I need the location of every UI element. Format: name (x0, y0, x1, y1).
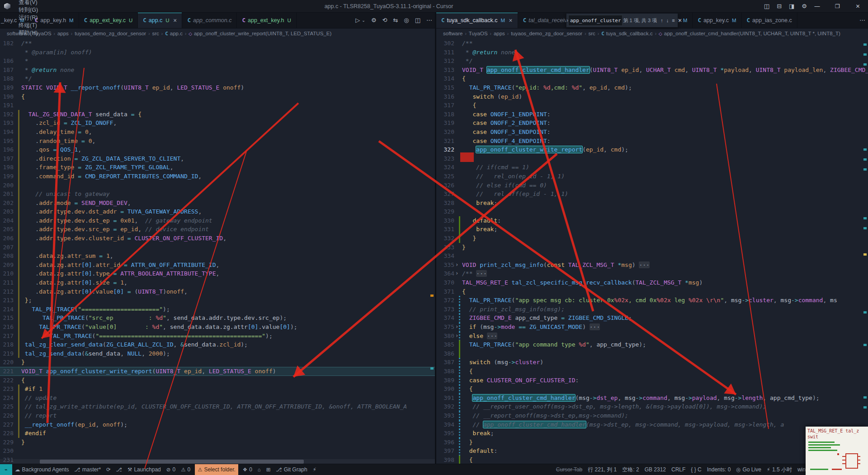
editor-pane-right[interactable]: Ctuya_sdk_callback.cM✕Ctal_data_receive.… (436, 12, 868, 464)
minimize-button[interactable]: — (807, 0, 827, 12)
status-item[interactable]: ⎇ (113, 464, 125, 475)
editor-pane-left[interactable]: _key.cMCapp_key.hMCapp_ext_key.cUCapp.cU… (0, 12, 435, 464)
breadcrumb-item[interactable]: tuyaos_demo_zg_door_sensor (511, 31, 582, 36)
token: mode (57, 200, 71, 206)
menu-item-转[interactable]: 转到(G) (15, 6, 42, 14)
token: . (64, 288, 67, 295)
fold-chevron-icon[interactable]: › (455, 269, 458, 278)
status-icon: ⊘ (166, 466, 171, 473)
tab-app_ext_key.h[interactable]: Capp_ext_key.hU (237, 12, 296, 28)
code-line: 333} (436, 243, 868, 252)
breadcrumb-item[interactable]: Ctuya_sdk_callback.c (601, 31, 653, 37)
git-change-bar (18, 243, 19, 252)
status-item-0[interactable]: ⚠0 (178, 464, 193, 475)
fold-chevron-icon[interactable]: › (455, 261, 458, 270)
status-item[interactable]: ⟳ (104, 464, 113, 475)
fold-chevron-icon[interactable]: › (455, 323, 458, 332)
tab-close-icon[interactable]: ✕ (509, 18, 513, 23)
status-item-cursor-tab[interactable]: Cursor Tab (553, 464, 585, 475)
chevron-right-icon: › (598, 31, 599, 36)
next-match-icon[interactable]: ↓ (666, 18, 669, 24)
history-icon[interactable]: ⟲ (382, 17, 387, 24)
find-in-selection-icon[interactable]: ≡ (672, 18, 675, 24)
overview-ruler-right[interactable] (863, 38, 868, 464)
tab-app_key.c[interactable]: Capp_key.cM (693, 12, 741, 28)
status-item[interactable]: ⚡ (310, 464, 319, 475)
status-item-git-graph[interactable]: ⎇Git Graph (273, 464, 310, 475)
status-item-gb-2312[interactable]: GB 2312 (642, 464, 669, 475)
status-item-1-5---[interactable]: ⚡1.5 小时 (764, 464, 795, 475)
run-button[interactable]: ▷ (355, 17, 360, 24)
breadcrumb-item[interactable]: TuyaOS (469, 31, 488, 36)
tab-close-icon[interactable]: ✕ (173, 18, 177, 23)
token: "======================" (78, 306, 163, 313)
status-item-launchpad[interactable]: ⚒Launchpad (125, 464, 164, 475)
menu-item-运[interactable]: 运行(R) (15, 14, 42, 22)
token: %d (579, 341, 586, 348)
code-editor-right[interactable]: 302/**311 * @return none312 */313VOID_T … (436, 38, 868, 464)
menu-item-查[interactable]: 查看(V) (15, 0, 42, 6)
maximize-button[interactable]: ❐ (827, 0, 848, 12)
status-item-master-[interactable]: ⎇master* (72, 464, 104, 475)
floating-preview-window[interactable]: TAL_MSG_RET_E tal_zswit (806, 427, 868, 475)
token: dst_addr (89, 208, 117, 215)
breadcrumb-item[interactable]: src (588, 31, 595, 36)
status-item-----c[interactable]: { } C (688, 464, 704, 475)
status-item-crlf[interactable]: CRLF (669, 464, 688, 475)
breadcrumb-item[interactable]: apps (57, 31, 69, 36)
compare-icon[interactable]: ⇆ (393, 17, 398, 24)
run-button[interactable]: ⋯ (859, 17, 865, 24)
line-number: 191 (0, 101, 14, 110)
breadcrumb-item[interactable]: apps (494, 31, 505, 36)
toggle-panel-icon[interactable]: ⊟ (777, 3, 782, 10)
status-item[interactable]: ⌂ (255, 464, 264, 475)
breadcrumb-item[interactable]: software (443, 31, 462, 36)
previous-match-icon[interactable]: ↑ (660, 18, 663, 24)
breadcrumb-item[interactable]: ◇app_onoff_cluster_cmd_handler(UINT8_T, … (659, 31, 840, 36)
status-item---221----1[interactable]: 行 221, 列 1 (585, 464, 619, 475)
scrollbar-slider[interactable] (40, 460, 304, 464)
tab-app_ext_key.c[interactable]: Capp_ext_key.cU (79, 12, 138, 28)
close-icon[interactable]: ✕ (678, 18, 682, 24)
tab-app_ias_zone.c[interactable]: Capp_ias_zone.c (742, 12, 797, 28)
settings-gear-icon[interactable]: ⚙ (802, 3, 807, 10)
toggle-sidebar-icon[interactable]: ◨ (789, 3, 794, 10)
close-button[interactable]: ✕ (848, 0, 868, 12)
overview-ruler-left[interactable] (429, 38, 435, 464)
status-item-indents--0[interactable]: Indents: 0 (704, 464, 734, 475)
breadcrumb-item[interactable]: ◇app_onoff_cluster_write_report(UINT8_T,… (189, 31, 331, 36)
status-item-----2[interactable]: 空格: 2 (619, 464, 642, 475)
code-editor-left[interactable]: 182/** * @param[in] onoff)186 *187 * @re… (0, 38, 435, 464)
status-item[interactable]: ⌁ (0, 464, 12, 475)
status-item[interactable]: ⊞ (264, 464, 274, 475)
menu-item-终[interactable]: 终端(T) (15, 22, 42, 29)
ruler-mark (863, 396, 867, 399)
tab-app.c[interactable]: Capp.cU✕ (138, 12, 182, 28)
code-line: 320case ONOFF_3_ENDPOINT: (436, 128, 868, 137)
line-number: 207 (0, 243, 14, 252)
status-item-0[interactable]: ❖0 (240, 464, 255, 475)
breadcrumb-item[interactable]: src (152, 31, 159, 36)
split-editor-icon[interactable]: ◫ (764, 3, 769, 10)
git-change-bar (18, 154, 19, 163)
code-line: 194.delay_time = 0, (0, 128, 435, 137)
breadcrumb-item[interactable]: tuyaos_demo_zg_door_sensor (75, 31, 146, 36)
more-actions-icon[interactable]: ⋯ (426, 17, 432, 24)
status-item-go-live[interactable]: ◎Go Live (733, 464, 764, 475)
breadcrumb-item[interactable]: Capp.c (165, 31, 183, 37)
menu-item-帮[interactable]: 帮助(H) (15, 29, 42, 37)
find-input[interactable] (568, 15, 623, 26)
status-item-select-folder-[interactable]: ⚠Select folder. (195, 464, 238, 475)
chevron-down-icon[interactable]: ⌄ (362, 18, 365, 23)
status-item-background-agents[interactable]: ☁Background Agents (12, 464, 72, 475)
code-text: }; (21, 296, 435, 305)
status-item-0[interactable]: ⊘0 (164, 464, 178, 475)
split-editor-icon[interactable]: ◫ (415, 17, 420, 24)
token: send_data (89, 350, 120, 357)
target-icon[interactable]: ◎ (404, 17, 409, 24)
tab-app_common.c[interactable]: Capp_common.c (182, 12, 237, 28)
tab-tuya_sdk_callback.c[interactable]: Ctuya_sdk_callback.cM✕ (436, 12, 518, 28)
settings-gear-icon[interactable]: ⚙ (371, 17, 377, 24)
pane-divider[interactable] (435, 12, 436, 464)
fold-chevron-icon[interactable]: › (455, 332, 458, 341)
